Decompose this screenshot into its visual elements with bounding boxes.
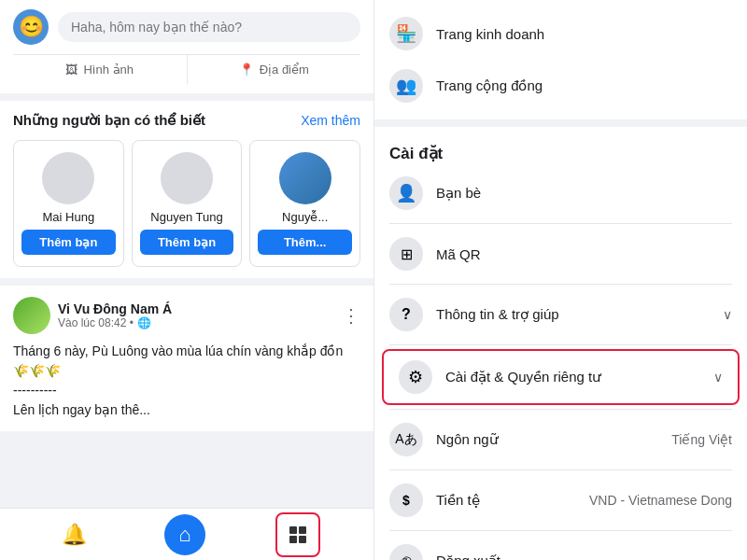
divider-4 bbox=[389, 409, 732, 410]
post-card: Vi Vu Đông Nam Á Vào lúc 08:42 • 🌐 ⋮ Thá… bbox=[0, 286, 374, 431]
person-avatar-1 bbox=[161, 152, 213, 204]
bottom-bar: 🔔 ⌂ bbox=[0, 508, 374, 560]
help-chevron-icon: ∨ bbox=[723, 307, 732, 322]
divider-6 bbox=[389, 530, 732, 531]
location-icon: 📍 bbox=[239, 63, 254, 77]
top-menu-section: 🏪 Trang kinh doanh 👥 Trang cộng đồng bbox=[374, 0, 747, 127]
see-more-link[interactable]: Xem thêm bbox=[301, 113, 360, 128]
menu-item-help[interactable]: ? Thông tin & trợ giúp ∨ bbox=[374, 288, 747, 341]
post-author-name: Vi Vu Đông Nam Á bbox=[58, 301, 172, 316]
settings-section: Cài đặt 👤 Bạn bè ⊞ Mã QR ? Thông tin & t… bbox=[374, 127, 747, 560]
community-icon: 👥 bbox=[389, 69, 423, 103]
help-icon: ? bbox=[389, 298, 423, 331]
menu-label-qr: Mã QR bbox=[436, 246, 732, 262]
add-friend-button-2[interactable]: Thêm... bbox=[258, 230, 352, 255]
grid-menu-button[interactable] bbox=[275, 512, 320, 557]
menu-label-settings-privacy: Cài đặt & Quyền riêng tư bbox=[445, 369, 700, 385]
globe-icon: 🌐 bbox=[137, 316, 151, 329]
currency-icon: $ bbox=[389, 483, 423, 517]
divider-5 bbox=[389, 469, 732, 470]
menu-item-logout[interactable]: ⎋ Đăng xuất bbox=[374, 535, 747, 560]
menu-item-community[interactable]: 👥 Trang cộng đồng bbox=[374, 60, 747, 112]
divider-3 bbox=[389, 344, 732, 345]
menu-item-business[interactable]: 🏪 Trang kinh doanh bbox=[374, 7, 747, 60]
person-avatar-2 bbox=[279, 152, 331, 204]
menu-item-settings-privacy[interactable]: ⚙ Cài đặt & Quyền riêng tư ∨ bbox=[384, 351, 738, 403]
person-card-1: Nguyen Tung Thêm bạn bbox=[132, 140, 243, 267]
divider-2 bbox=[389, 284, 732, 285]
people-title: Những người bạn có thể biết bbox=[13, 112, 205, 129]
svg-rect-3 bbox=[299, 536, 306, 543]
settings-privacy-icon: ⚙ bbox=[399, 360, 432, 394]
photo-icon: 🖼 bbox=[65, 63, 78, 77]
person-card-2: Nguyễ... Thêm... bbox=[249, 140, 360, 267]
menu-item-language[interactable]: Aあ Ngôn ngữ Tiếng Việt bbox=[374, 413, 747, 466]
menu-item-friends[interactable]: 👤 Bạn bè bbox=[374, 167, 747, 219]
post-more-button[interactable]: ⋮ bbox=[342, 304, 360, 327]
settings-privacy-chevron-icon: ∨ bbox=[713, 370, 723, 385]
language-value: Tiếng Việt bbox=[671, 432, 732, 447]
home-button[interactable]: ⌂ bbox=[164, 514, 205, 555]
person-name-1: Nguyen Tung bbox=[140, 210, 234, 224]
svg-rect-0 bbox=[289, 526, 297, 534]
language-icon: Aあ bbox=[389, 423, 423, 456]
person-card-0: Mai Hung Thêm bạn bbox=[13, 140, 124, 267]
user-avatar: 😊 bbox=[13, 9, 49, 45]
person-avatar-0 bbox=[42, 152, 94, 204]
menu-label-business: Trang kinh doanh bbox=[436, 26, 732, 42]
menu-item-qr[interactable]: ⊞ Mã QR bbox=[374, 228, 747, 280]
add-friend-button-1[interactable]: Thêm bạn bbox=[140, 230, 234, 255]
menu-item-currency[interactable]: $ Tiền tệ VND - Vietnamese Dong bbox=[374, 474, 747, 526]
menu-label-currency: Tiền tệ bbox=[436, 492, 576, 509]
menu-label-help: Thông tin & trợ giúp bbox=[436, 306, 710, 323]
svg-rect-2 bbox=[289, 536, 297, 543]
divider-1 bbox=[389, 223, 732, 224]
right-panel: 🏪 Trang kinh doanh 👥 Trang cộng đồng Cài… bbox=[374, 0, 747, 560]
location-button[interactable]: 📍 Địa điểm bbox=[188, 54, 361, 84]
menu-label-language: Ngôn ngữ bbox=[436, 431, 658, 448]
person-name-2: Nguyễ... bbox=[258, 210, 352, 224]
settings-title: Cài đặt bbox=[374, 134, 747, 167]
menu-label-community: Trang cộng đồng bbox=[436, 77, 732, 94]
logout-icon: ⎋ bbox=[389, 544, 423, 560]
menu-label-logout: Đăng xuất bbox=[436, 553, 732, 560]
person-name-0: Mai Hung bbox=[21, 210, 116, 224]
people-cards: Mai Hung Thêm bạn Nguyen Tung Thêm bạn N… bbox=[13, 140, 360, 267]
add-friend-button-0[interactable]: Thêm bạn bbox=[21, 230, 116, 255]
post-composer: 😊 🖼 Hình ảnh 📍 Địa điểm bbox=[0, 0, 374, 93]
post-content: Tháng 6 này, Pù Luông vào mùa lúa chín v… bbox=[13, 342, 360, 420]
business-icon: 🏪 bbox=[389, 17, 423, 50]
qr-icon: ⊞ bbox=[389, 237, 423, 271]
composer-input[interactable] bbox=[58, 12, 360, 42]
notifications-icon[interactable]: 🔔 bbox=[53, 514, 94, 555]
people-section: Những người bạn có thể biết Xem thêm Mai… bbox=[0, 101, 374, 278]
menu-label-friends: Bạn bè bbox=[436, 185, 732, 202]
friends-icon: 👤 bbox=[389, 176, 423, 210]
svg-rect-1 bbox=[299, 526, 306, 534]
post-author-avatar bbox=[13, 297, 50, 334]
photo-button[interactable]: 🖼 Hình ảnh bbox=[13, 54, 188, 84]
post-time: Vào lúc 08:42 • 🌐 bbox=[58, 316, 172, 329]
currency-value: VND - Vietnamese Dong bbox=[589, 493, 732, 508]
